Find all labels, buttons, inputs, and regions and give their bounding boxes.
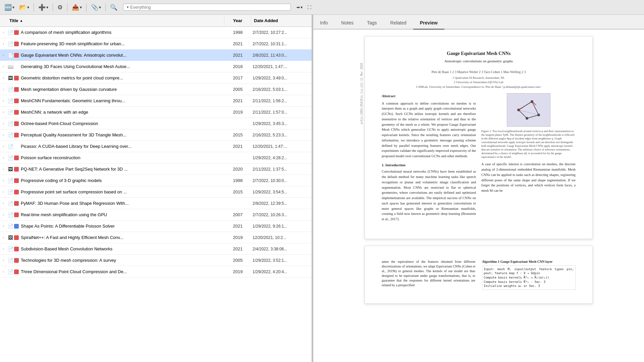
row-year: 1998 xyxy=(224,30,251,35)
row-tag-color xyxy=(14,76,19,80)
preview-subtitle: Anisotropic convolutions on geometric gr… xyxy=(382,58,576,64)
row-type-icon: 📄 xyxy=(7,224,14,229)
row-type-icon: 📖 xyxy=(7,64,14,69)
row-expand-arrow[interactable]: › xyxy=(0,53,7,57)
row-expand-arrow[interactable]: › xyxy=(0,236,7,239)
svg-line-6 xyxy=(527,115,539,118)
table-row[interactable]: ›🖼PQ-NET: A Generative Part Seq2Seq Netw… xyxy=(0,164,312,175)
export-button[interactable]: 📤 ▾ xyxy=(70,3,84,12)
items-panel: Title ▲ Year Date Added ›📄A comparison o… xyxy=(0,15,312,362)
locate-button[interactable]: 🔍 xyxy=(108,3,119,12)
row-expand-arrow[interactable]: › xyxy=(0,258,7,262)
row-expand-arrow[interactable]: › xyxy=(0,224,7,228)
row-title: Geometric distortion metrics for point c… xyxy=(21,75,224,81)
table-row[interactable]: ›📄Gauge Equivariant Mesh CNNs: Anisotrop… xyxy=(0,50,312,61)
table-row[interactable]: ›📄MeshCNN Fundamentals: Geometric Learni… xyxy=(0,95,312,107)
preview-content[interactable]: Gauge Equivariant Mesh CNNs Anisotropic … xyxy=(313,29,644,362)
col-title-header[interactable]: Title ▲ xyxy=(0,15,224,26)
row-expand-arrow[interactable]: › xyxy=(0,87,7,91)
row-year: 1998 xyxy=(224,178,251,183)
tab-info[interactable]: Info xyxy=(313,17,334,29)
table-row[interactable]: ›🖼SpiralNet++: A Fast and Highly Efficie… xyxy=(0,232,312,243)
row-date: 1/29/2022, 3:45:3... xyxy=(251,121,312,126)
row-expand-arrow[interactable]: › xyxy=(0,133,7,137)
row-expand-arrow[interactable]: › xyxy=(0,110,7,114)
row-expand-arrow[interactable]: › xyxy=(0,213,7,217)
forward-icon: ➡ xyxy=(297,5,300,10)
row-title: Subdivision-Based Mesh Convolution Netwo… xyxy=(21,246,224,252)
fullscreen-button[interactable]: ⛶ xyxy=(306,4,313,11)
table-row[interactable]: ›📄Perceptual Quality Assessment for 3D T… xyxy=(0,129,312,141)
table-row[interactable]: ›📄Progressive point set surface compress… xyxy=(0,186,312,198)
row-expand-arrow[interactable]: › xyxy=(0,99,7,103)
row-date: 1/29/2022, 3:49:0... xyxy=(251,76,312,80)
row-year: 2021 xyxy=(224,98,251,103)
preview-right-col: Figure 1. Two local neighbourhoods aroun… xyxy=(481,93,576,225)
row-date: 2/4/2022, 3:38:06... xyxy=(251,247,312,251)
open-button[interactable]: 📂 ▾ xyxy=(17,3,31,12)
table-row[interactable]: ›📄Shape As Points: A Differentiable Pois… xyxy=(0,221,312,232)
row-tag-color xyxy=(14,30,19,35)
add-button[interactable]: ➕ ▾ xyxy=(37,3,50,12)
row-expand-arrow[interactable]: › xyxy=(0,270,7,274)
col-date-header[interactable]: Date Added xyxy=(251,15,312,26)
fullscreen-icon: ⛶ xyxy=(307,5,311,10)
row-expand-arrow[interactable]: › xyxy=(0,76,7,80)
row-expand-arrow[interactable]: › xyxy=(0,167,7,171)
table-row[interactable]: ›📄Real-time mesh simplification using th… xyxy=(0,209,312,221)
row-title: A comparison of mesh simplification algo… xyxy=(21,29,224,36)
tab-preview[interactable]: Preview xyxy=(413,17,444,29)
table-row[interactable]: ›📄Octree-based Point-Cloud Compression1/… xyxy=(0,118,312,129)
row-expand-arrow[interactable]: › xyxy=(0,156,7,160)
table-row[interactable]: ›📖Generating 3D Faces Using Convolutiona… xyxy=(0,61,312,72)
tab-related[interactable]: Related xyxy=(384,17,413,29)
forward-button[interactable]: ➡ ▾ xyxy=(295,4,304,11)
row-expand-arrow[interactable]: › xyxy=(0,42,7,46)
row-title: Progressive coding of 3-D graphic models xyxy=(21,177,224,184)
row-type-icon: 📄 xyxy=(7,144,14,149)
table-row[interactable]: ›📄Subdivision-Based Mesh Convolution Net… xyxy=(0,243,312,255)
row-expand-arrow[interactable]: › xyxy=(0,144,7,148)
row-tag-color xyxy=(14,167,19,172)
table-row[interactable]: ›📄Poisson surface reconstruction1/29/202… xyxy=(0,152,312,164)
row-type-icon: 📄 xyxy=(7,269,14,275)
table-row[interactable]: ›📄MeshCNN: a network with an edge20192/1… xyxy=(0,107,312,118)
items-list[interactable]: ›📄A comparison of mesh simplification al… xyxy=(0,27,312,362)
row-expand-arrow[interactable]: › xyxy=(0,247,7,251)
table-row[interactable]: ›📄Feature-preserving 3D mesh simplificat… xyxy=(0,38,312,50)
row-expand-arrow[interactable]: › xyxy=(0,190,7,194)
svg-line-7 xyxy=(519,110,527,118)
annotate-button[interactable]: 📎 ▾ xyxy=(89,3,103,12)
row-type-icon: 📄 xyxy=(7,155,14,161)
row-tag-color xyxy=(14,156,19,160)
sep2 xyxy=(53,3,53,11)
tab-notes[interactable]: Notes xyxy=(334,17,360,29)
row-expand-arrow[interactable]: › xyxy=(0,31,7,34)
row-expand-arrow[interactable]: › xyxy=(0,122,7,125)
table-row[interactable]: ›📄Mesh segmentation driven by Gaussian c… xyxy=(0,84,312,95)
tab-tags[interactable]: Tags xyxy=(360,17,384,29)
preview-authors: Pim de Haan 1 2 3 Maurice Weiler 2 3 Tac… xyxy=(382,69,576,89)
table-row[interactable]: ›📄PyMAF: 3D Human Pose and Shape Regress… xyxy=(0,198,312,209)
row-expand-arrow[interactable]: › xyxy=(0,179,7,182)
table-row[interactable]: ›📄A comparison of mesh simplification al… xyxy=(0,27,312,38)
row-expand-arrow[interactable]: › xyxy=(0,201,7,205)
sep4 xyxy=(86,3,87,11)
row-date: 1/29/2022, 4:20:4... xyxy=(251,269,312,274)
table-row[interactable]: ›🖼Geometric distortion metrics for point… xyxy=(0,72,312,84)
row-date: 2/11/2022, 1:57:0... xyxy=(251,110,312,115)
row-tag-color xyxy=(14,258,19,263)
col-year-header[interactable]: Year xyxy=(224,15,251,26)
tools-button[interactable]: ⚙ xyxy=(56,3,64,12)
table-row[interactable]: ›📄Picasso: A CUDA-based Library for Deep… xyxy=(0,141,312,152)
search-dropdown-arrow[interactable]: ▾ xyxy=(125,5,130,9)
preview-body-area: Abstract A common approach to define con… xyxy=(382,93,576,225)
table-row[interactable]: ›📄Progressive coding of 3-D graphic mode… xyxy=(0,175,312,186)
row-expand-arrow[interactable]: › xyxy=(0,65,7,68)
table-row[interactable]: ›📄Technologies for 3D mesh compression: … xyxy=(0,255,312,266)
table-row[interactable]: ›📄Three Dimensional Point Cloud Compress… xyxy=(0,266,312,278)
new-button[interactable]: 🆕 ▾ xyxy=(3,3,16,12)
row-year: 2021 xyxy=(224,41,251,46)
preview-page-2: antee the equivalence of the features ob… xyxy=(365,246,593,304)
search-input[interactable] xyxy=(130,5,288,10)
